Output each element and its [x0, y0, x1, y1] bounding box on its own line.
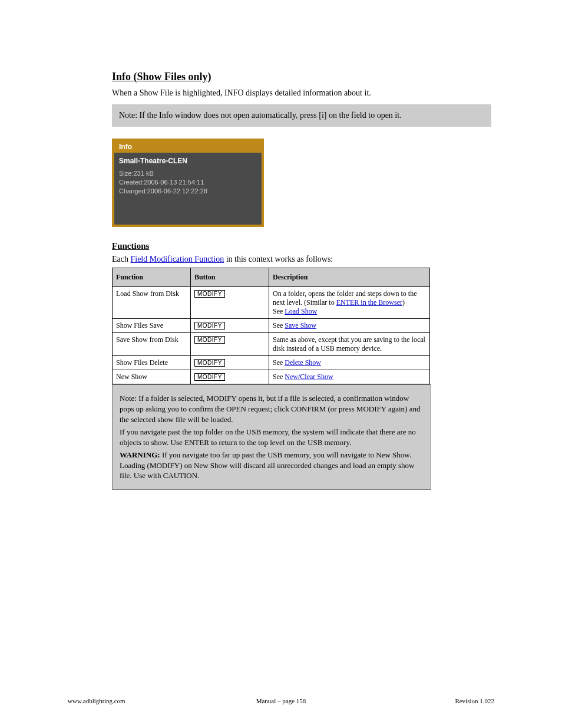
desc-pre: See — [273, 358, 285, 367]
col-header-function: Function — [113, 268, 191, 287]
info-panel-showname: Small-Theatre-CLEN — [119, 156, 257, 166]
col-header-description: Description — [269, 268, 430, 287]
fn-name: Load Show from Disk — [113, 287, 191, 319]
table-row: Show Files Save MODIFY See Save Show — [113, 319, 430, 333]
page: Info (Show Files only) When a Show File … — [0, 0, 562, 728]
field-modification-function-link[interactable]: Field Modification Function — [130, 255, 224, 263]
info-panel-body: Small-Theatre-CLEN Size:231 kB Created:2… — [114, 153, 262, 225]
save-show-link[interactable]: Save Show — [285, 321, 316, 330]
table-row: Save Show from Disk MODIFY Same as above… — [113, 333, 430, 356]
footer-right: Revision 1.022 — [455, 697, 494, 704]
warning-text: If you navigate too far up past the USB … — [120, 450, 414, 480]
modify-button[interactable]: MODIFY — [194, 290, 225, 298]
see-section: See Load Show — [273, 307, 426, 316]
fn-name: Show Files Delete — [113, 356, 191, 370]
functions-bottom-note: Note: If a folder is selected, MODIFY op… — [112, 384, 431, 489]
desc-pre: See — [273, 373, 285, 381]
info-panel-titlebar: Info — [114, 141, 262, 153]
fn-description: On a folder, opens the folder and steps … — [269, 287, 430, 319]
info-panel: Info Small-Theatre-CLEN Size:231 kB Crea… — [112, 139, 264, 228]
info-panel-created-row: Created:2006-06-13 21:54:11 — [119, 178, 257, 187]
functions-heading: Functions — [112, 241, 491, 251]
section-title: Info (Show Files only) — [112, 71, 491, 83]
info-created-value: 2006-06-13 21:54:11 — [144, 179, 204, 186]
table-row: Show Files Delete MODIFY See Delete Show — [113, 356, 430, 370]
table-row: New Show MODIFY See New/Clear Show — [113, 370, 430, 384]
desc-post: ) — [402, 298, 405, 307]
fn-button-cell: MODIFY — [191, 370, 269, 384]
enter-in-browser-link[interactable]: ENTER in the Browser — [336, 298, 402, 307]
load-show-link[interactable]: Load Show — [285, 307, 317, 315]
desc-pre: Same as above, except that you are savin… — [273, 335, 425, 353]
modify-button[interactable]: MODIFY — [194, 359, 225, 367]
col-header-button: Button — [191, 268, 269, 287]
fn-button-cell: MODIFY — [191, 287, 269, 319]
fn-description: See Delete Show — [269, 356, 430, 370]
table-header-row: Function Button Description — [113, 268, 430, 287]
info-size-label: Size: — [119, 170, 133, 177]
fn-name: Show Files Save — [113, 319, 191, 333]
note-warning: WARNING: If you navigate too far up past… — [120, 450, 424, 481]
info-changed-label: Changed: — [119, 187, 147, 195]
delete-show-link[interactable]: Delete Show — [285, 358, 321, 367]
fn-button-cell: MODIFY — [191, 333, 269, 356]
desc-pre: See — [273, 321, 285, 330]
fn-description: See Save Show — [269, 319, 430, 333]
footer-left: www.adblighting.com — [68, 697, 125, 704]
fn-button-cell: MODIFY — [191, 319, 269, 333]
new-clear-show-link[interactable]: New/Clear Show — [285, 373, 333, 381]
page-footer: www.adblighting.com Manual – page 158 Re… — [0, 697, 562, 704]
functions-intro-pre: Each — [112, 255, 130, 263]
modify-button[interactable]: MODIFY — [194, 336, 225, 344]
note-line-2: If you navigate past the top folder on t… — [120, 427, 424, 447]
modify-button[interactable]: MODIFY — [194, 373, 225, 381]
info-created-label: Created: — [119, 179, 144, 186]
fn-name: Save Show from Disk — [113, 333, 191, 356]
table-row: Load Show from Disk MODIFY On a folder, … — [113, 287, 430, 319]
info-size-value: 231 kB — [133, 170, 153, 177]
note-line-1: Note: If a folder is selected, MODIFY op… — [120, 393, 424, 424]
info-panel-size-row: Size:231 kB — [119, 169, 257, 178]
modify-button[interactable]: MODIFY — [194, 322, 225, 330]
functions-intro: Each Field Modification Function in this… — [112, 255, 491, 264]
functions-intro-post: in this context works as follows: — [224, 255, 333, 263]
info-changed-value: 2006-06-22 12:22:28 — [147, 187, 207, 195]
fn-button-cell: MODIFY — [191, 356, 269, 370]
fn-description: Same as above, except that you are savin… — [269, 333, 430, 356]
info-note-box: Note: If the Info window does not open a… — [112, 104, 491, 127]
functions-table: Function Button Description Load Show fr… — [112, 268, 430, 384]
fn-name: New Show — [113, 370, 191, 384]
info-panel-changed-row: Changed:2006-06-22 12:22:28 — [119, 187, 257, 196]
section-intro: When a Show File is highlighted, INFO di… — [112, 88, 491, 98]
warning-label: WARNING: — [120, 450, 160, 459]
fn-description: See New/Clear Show — [269, 370, 430, 384]
